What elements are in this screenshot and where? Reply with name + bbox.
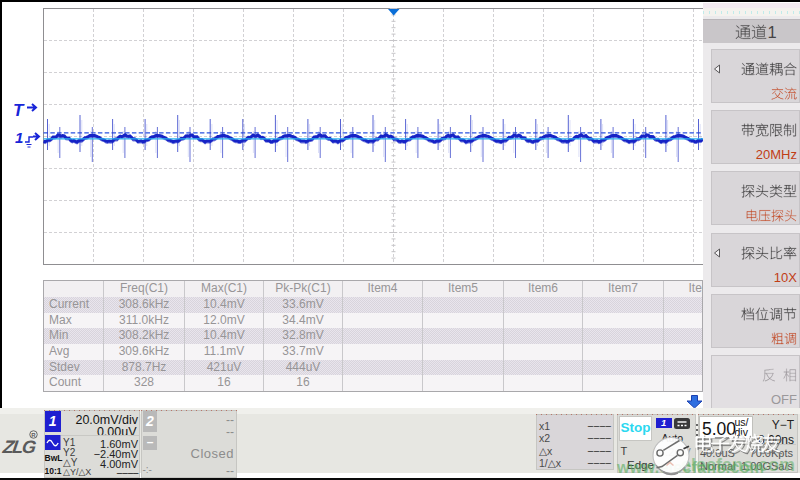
svg-text:1: 1 [15, 129, 23, 146]
svg-text:T: T [13, 101, 25, 120]
svg-text:R: R [31, 431, 36, 437]
